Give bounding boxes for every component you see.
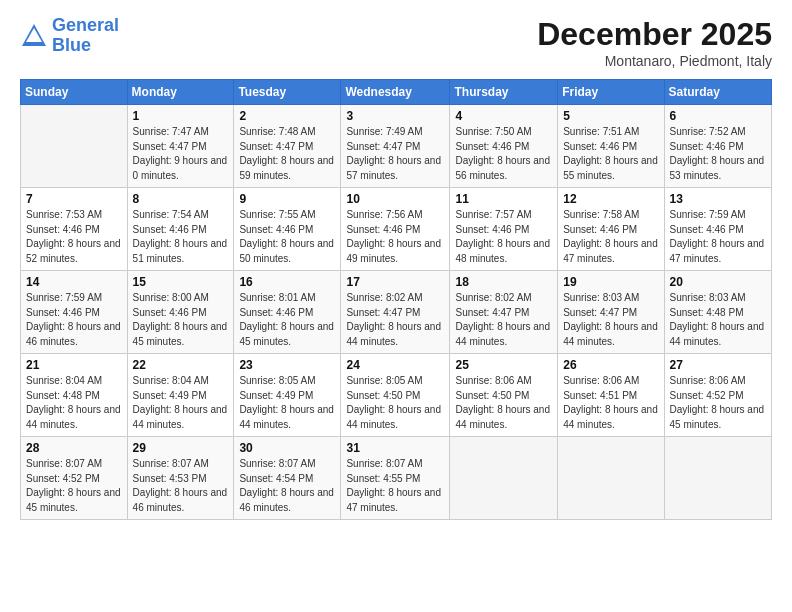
day-cell-0-2: 2Sunrise: 7:48 AM Sunset: 4:47 PM Daylig… xyxy=(234,105,341,188)
day-number-4-1: 29 xyxy=(133,441,229,455)
day-cell-1-2: 9Sunrise: 7:55 AM Sunset: 4:46 PM Daylig… xyxy=(234,188,341,271)
day-info-4-3: Sunrise: 8:07 AM Sunset: 4:55 PM Dayligh… xyxy=(346,457,444,515)
day-number-2-0: 14 xyxy=(26,275,122,289)
day-cell-3-1: 22Sunrise: 8:04 AM Sunset: 4:49 PM Dayli… xyxy=(127,354,234,437)
day-info-1-1: Sunrise: 7:54 AM Sunset: 4:46 PM Dayligh… xyxy=(133,208,229,266)
day-number-0-4: 4 xyxy=(455,109,552,123)
day-info-1-0: Sunrise: 7:53 AM Sunset: 4:46 PM Dayligh… xyxy=(26,208,122,266)
day-number-4-0: 28 xyxy=(26,441,122,455)
day-cell-3-2: 23Sunrise: 8:05 AM Sunset: 4:49 PM Dayli… xyxy=(234,354,341,437)
logo-line1: General xyxy=(52,15,119,35)
day-cell-3-4: 25Sunrise: 8:06 AM Sunset: 4:50 PM Dayli… xyxy=(450,354,558,437)
day-info-1-5: Sunrise: 7:58 AM Sunset: 4:46 PM Dayligh… xyxy=(563,208,658,266)
day-cell-0-4: 4Sunrise: 7:50 AM Sunset: 4:46 PM Daylig… xyxy=(450,105,558,188)
week-row-2: 14Sunrise: 7:59 AM Sunset: 4:46 PM Dayli… xyxy=(21,271,772,354)
day-cell-0-6: 6Sunrise: 7:52 AM Sunset: 4:46 PM Daylig… xyxy=(664,105,771,188)
logo: General Blue xyxy=(20,16,119,56)
week-row-4: 28Sunrise: 8:07 AM Sunset: 4:52 PM Dayli… xyxy=(21,437,772,520)
col-sunday: Sunday xyxy=(21,80,128,105)
day-number-2-4: 18 xyxy=(455,275,552,289)
day-number-0-5: 5 xyxy=(563,109,658,123)
day-number-1-5: 12 xyxy=(563,192,658,206)
subtitle: Montanaro, Piedmont, Italy xyxy=(537,53,772,69)
day-number-0-3: 3 xyxy=(346,109,444,123)
day-number-3-4: 25 xyxy=(455,358,552,372)
day-cell-2-4: 18Sunrise: 8:02 AM Sunset: 4:47 PM Dayli… xyxy=(450,271,558,354)
day-cell-2-0: 14Sunrise: 7:59 AM Sunset: 4:46 PM Dayli… xyxy=(21,271,128,354)
day-cell-1-4: 11Sunrise: 7:57 AM Sunset: 4:46 PM Dayli… xyxy=(450,188,558,271)
day-number-2-2: 16 xyxy=(239,275,335,289)
day-info-2-5: Sunrise: 8:03 AM Sunset: 4:47 PM Dayligh… xyxy=(563,291,658,349)
day-info-0-6: Sunrise: 7:52 AM Sunset: 4:46 PM Dayligh… xyxy=(670,125,766,183)
logo-text: General Blue xyxy=(52,16,119,56)
day-info-3-1: Sunrise: 8:04 AM Sunset: 4:49 PM Dayligh… xyxy=(133,374,229,432)
day-cell-4-1: 29Sunrise: 8:07 AM Sunset: 4:53 PM Dayli… xyxy=(127,437,234,520)
day-cell-0-1: 1Sunrise: 7:47 AM Sunset: 4:47 PM Daylig… xyxy=(127,105,234,188)
day-cell-1-6: 13Sunrise: 7:59 AM Sunset: 4:46 PM Dayli… xyxy=(664,188,771,271)
day-info-1-2: Sunrise: 7:55 AM Sunset: 4:46 PM Dayligh… xyxy=(239,208,335,266)
day-info-1-3: Sunrise: 7:56 AM Sunset: 4:46 PM Dayligh… xyxy=(346,208,444,266)
week-row-0: 1Sunrise: 7:47 AM Sunset: 4:47 PM Daylig… xyxy=(21,105,772,188)
day-info-2-2: Sunrise: 8:01 AM Sunset: 4:46 PM Dayligh… xyxy=(239,291,335,349)
day-info-0-1: Sunrise: 7:47 AM Sunset: 4:47 PM Dayligh… xyxy=(133,125,229,183)
day-info-2-3: Sunrise: 8:02 AM Sunset: 4:47 PM Dayligh… xyxy=(346,291,444,349)
day-info-3-5: Sunrise: 8:06 AM Sunset: 4:51 PM Dayligh… xyxy=(563,374,658,432)
day-cell-4-2: 30Sunrise: 8:07 AM Sunset: 4:54 PM Dayli… xyxy=(234,437,341,520)
day-info-0-4: Sunrise: 7:50 AM Sunset: 4:46 PM Dayligh… xyxy=(455,125,552,183)
logo-icon xyxy=(20,22,48,50)
day-info-2-4: Sunrise: 8:02 AM Sunset: 4:47 PM Dayligh… xyxy=(455,291,552,349)
day-number-2-3: 17 xyxy=(346,275,444,289)
day-number-3-5: 26 xyxy=(563,358,658,372)
day-number-2-6: 20 xyxy=(670,275,766,289)
month-title: December 2025 xyxy=(537,16,772,53)
calendar: Sunday Monday Tuesday Wednesday Thursday… xyxy=(20,79,772,520)
day-number-1-0: 7 xyxy=(26,192,122,206)
day-cell-2-5: 19Sunrise: 8:03 AM Sunset: 4:47 PM Dayli… xyxy=(558,271,664,354)
day-info-4-1: Sunrise: 8:07 AM Sunset: 4:53 PM Dayligh… xyxy=(133,457,229,515)
day-number-0-2: 2 xyxy=(239,109,335,123)
day-info-4-2: Sunrise: 8:07 AM Sunset: 4:54 PM Dayligh… xyxy=(239,457,335,515)
day-number-2-1: 15 xyxy=(133,275,229,289)
day-info-0-2: Sunrise: 7:48 AM Sunset: 4:47 PM Dayligh… xyxy=(239,125,335,183)
day-cell-4-6 xyxy=(664,437,771,520)
day-info-3-6: Sunrise: 8:06 AM Sunset: 4:52 PM Dayligh… xyxy=(670,374,766,432)
day-cell-4-4 xyxy=(450,437,558,520)
day-cell-4-3: 31Sunrise: 8:07 AM Sunset: 4:55 PM Dayli… xyxy=(341,437,450,520)
col-monday: Monday xyxy=(127,80,234,105)
day-cell-0-5: 5Sunrise: 7:51 AM Sunset: 4:46 PM Daylig… xyxy=(558,105,664,188)
day-number-1-4: 11 xyxy=(455,192,552,206)
day-info-3-4: Sunrise: 8:06 AM Sunset: 4:50 PM Dayligh… xyxy=(455,374,552,432)
day-number-1-2: 9 xyxy=(239,192,335,206)
col-thursday: Thursday xyxy=(450,80,558,105)
day-info-2-6: Sunrise: 8:03 AM Sunset: 4:48 PM Dayligh… xyxy=(670,291,766,349)
week-row-1: 7Sunrise: 7:53 AM Sunset: 4:46 PM Daylig… xyxy=(21,188,772,271)
day-info-3-2: Sunrise: 8:05 AM Sunset: 4:49 PM Dayligh… xyxy=(239,374,335,432)
day-number-0-1: 1 xyxy=(133,109,229,123)
day-info-0-5: Sunrise: 7:51 AM Sunset: 4:46 PM Dayligh… xyxy=(563,125,658,183)
day-cell-2-6: 20Sunrise: 8:03 AM Sunset: 4:48 PM Dayli… xyxy=(664,271,771,354)
day-cell-1-5: 12Sunrise: 7:58 AM Sunset: 4:46 PM Dayli… xyxy=(558,188,664,271)
day-cell-1-3: 10Sunrise: 7:56 AM Sunset: 4:46 PM Dayli… xyxy=(341,188,450,271)
logo-line2: Blue xyxy=(52,35,91,55)
day-number-4-3: 31 xyxy=(346,441,444,455)
day-number-1-1: 8 xyxy=(133,192,229,206)
day-cell-2-3: 17Sunrise: 8:02 AM Sunset: 4:47 PM Dayli… xyxy=(341,271,450,354)
day-info-2-0: Sunrise: 7:59 AM Sunset: 4:46 PM Dayligh… xyxy=(26,291,122,349)
day-cell-3-0: 21Sunrise: 8:04 AM Sunset: 4:48 PM Dayli… xyxy=(21,354,128,437)
calendar-header: Sunday Monday Tuesday Wednesday Thursday… xyxy=(21,80,772,105)
col-tuesday: Tuesday xyxy=(234,80,341,105)
weekday-row: Sunday Monday Tuesday Wednesday Thursday… xyxy=(21,80,772,105)
day-info-1-6: Sunrise: 7:59 AM Sunset: 4:46 PM Dayligh… xyxy=(670,208,766,266)
day-number-3-0: 21 xyxy=(26,358,122,372)
day-number-3-2: 23 xyxy=(239,358,335,372)
page: General Blue December 2025 Montanaro, Pi… xyxy=(0,0,792,612)
day-cell-2-2: 16Sunrise: 8:01 AM Sunset: 4:46 PM Dayli… xyxy=(234,271,341,354)
day-cell-3-3: 24Sunrise: 8:05 AM Sunset: 4:50 PM Dayli… xyxy=(341,354,450,437)
day-number-0-6: 6 xyxy=(670,109,766,123)
week-row-3: 21Sunrise: 8:04 AM Sunset: 4:48 PM Dayli… xyxy=(21,354,772,437)
day-number-1-6: 13 xyxy=(670,192,766,206)
day-number-3-6: 27 xyxy=(670,358,766,372)
calendar-body: 1Sunrise: 7:47 AM Sunset: 4:47 PM Daylig… xyxy=(21,105,772,520)
col-wednesday: Wednesday xyxy=(341,80,450,105)
day-info-0-3: Sunrise: 7:49 AM Sunset: 4:47 PM Dayligh… xyxy=(346,125,444,183)
